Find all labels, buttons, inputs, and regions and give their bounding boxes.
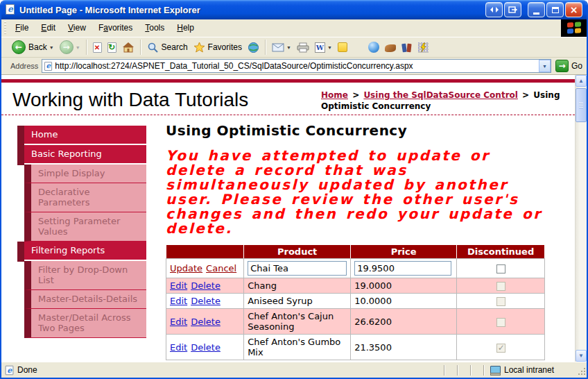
sidebar-item-filter-by-dropdown-list[interactable]: Filter by Drop-Down List [24,261,146,290]
address-bar: Address http://localhost:2724/ASPNET_Dat… [1,58,587,75]
menu-edit[interactable]: Edit [35,19,62,37]
maximize-button[interactable] [546,2,564,17]
resize-grip[interactable] [576,367,586,377]
windows-throbber [561,19,587,37]
sidebar-item-home[interactable]: Home [24,126,146,144]
browser-viewport: Working with Data Tutorials Home > Using… [1,75,587,362]
discontinued-checkbox[interactable] [496,264,505,273]
messenger-button[interactable] [335,42,350,52]
home-button[interactable] [119,42,137,53]
menu-bar: File Edit View Favorites Tools Help [1,19,587,37]
address-input[interactable]: http://localhost:2724/ASPNET_Data_Tutori… [42,59,551,73]
refresh-button[interactable]: ↻ [105,42,119,53]
title-bar: Untitled Page - Microsoft Internet Explo… [1,0,587,19]
scrollbar-track[interactable] [576,124,587,350]
edit-with-word-button[interactable]: W ▼ [312,42,335,53]
sidebar-item-simple-display[interactable]: Simple Display [24,165,146,183]
status-bar: Done Local intranet [1,362,587,378]
books-icon [401,42,413,52]
breadcrumb-section-link[interactable]: Using the SqlDataSource Control [363,90,518,100]
address-dropdown-button[interactable]: ▼ [539,60,551,72]
sidebar-item-setting-parameter-values[interactable]: Setting Parameter Values [24,212,146,242]
menu-file[interactable]: File [9,19,35,37]
breadcrumb-home-link[interactable]: Home [321,90,348,100]
grid-row-editing: UpdateCancel [166,259,545,278]
fox-icon [385,44,396,52]
price-cell: 26.6200 [351,309,457,335]
status-text: Done [17,365,37,375]
forward-dropdown-icon: ▼ [76,45,80,50]
product-name-cell: Chef Anton's Gumbo Mix [244,335,351,360]
menu-favorites[interactable]: Favorites [92,19,139,37]
favorites-button[interactable]: Favorites [191,42,245,53]
forward-button[interactable]: → ▼ [57,40,83,54]
menu-view[interactable]: View [62,19,92,37]
media-button[interactable] [245,42,262,53]
close-button[interactable]: × [565,2,582,17]
vertical-scrollbar[interactable]: ▲ ▼ [575,75,587,362]
go-label[interactable]: Go [571,61,582,71]
product-name-input[interactable] [248,261,347,276]
sidebar-item-basic-reporting[interactable]: Basic Reporting [24,145,146,163]
delete-link[interactable]: Delete [191,317,220,327]
resize-toggle-button[interactable] [485,2,503,17]
scroll-down-button[interactable]: ▼ [576,350,587,362]
addon-sphere-button[interactable] [365,42,382,53]
menubar-grip[interactable] [3,22,8,35]
edit-link[interactable]: Edit [170,342,187,353]
delete-link[interactable]: Delete [191,342,220,353]
back-dropdown-icon[interactable]: ▼ [49,45,54,50]
delete-link[interactable]: Delete [191,280,220,291]
grid-row: EditDelete Aniseed Syrup 10.0000 [166,294,545,309]
statusbar-divider [457,365,458,376]
back-button[interactable]: ← Back ▼ [9,40,57,54]
site-title: Working with Data Tutorials [12,86,321,111]
mail-button[interactable]: ▼ [269,43,294,52]
minimize-button[interactable] [528,2,545,17]
detach-window-button[interactable] [504,2,521,17]
grid-row: EditDelete Chef Anton's Gumbo Mix 21.350… [166,335,545,360]
go-button[interactable]: → [555,60,569,72]
products-gridview: Product Price Discontinued UpdateCancel [166,244,545,360]
address-url[interactable]: http://localhost:2724/ASPNET_Data_Tutori… [55,61,539,71]
delete-link[interactable]: Delete [191,296,220,306]
page-icon [44,62,52,71]
price-input[interactable] [354,261,451,276]
forward-icon: → [60,40,74,54]
sidebar-item-filtering-reports[interactable]: Filtering Reports [24,242,146,260]
cancel-link[interactable]: Cancel [206,263,236,273]
price-cell: 21.3500 [351,335,457,360]
mail-dropdown-icon[interactable]: ▼ [286,45,291,50]
sidebar-item-declarative-parameters[interactable]: Declarative Parameters [24,183,146,212]
addon-animal-button[interactable] [382,42,399,52]
toolbar-separator [140,40,141,55]
edit-link[interactable]: Edit [170,317,187,327]
sidebar-item-master-detail-two-pages[interactable]: Master/Detail Across Two Pages [24,309,146,338]
stop-button[interactable]: ✕ [90,42,105,53]
toolbar-separator [265,40,266,55]
menu-tools[interactable]: Tools [139,19,171,37]
word-icon: W [315,42,325,53]
search-button[interactable]: Search [144,42,191,53]
print-button[interactable] [294,42,312,53]
status-page-icon [6,365,14,375]
sidebar-item-master-details-details[interactable]: Master-Details-Details [24,290,146,309]
window-ie-icon [6,4,16,16]
update-link[interactable]: Update [170,263,202,273]
breadcrumb-separator: > [351,90,361,100]
scrollbar-thumb[interactable] [576,88,587,122]
edit-dropdown-icon[interactable]: ▼ [327,45,332,50]
windows-flag-icon [567,22,581,34]
column-header-discontinued: Discontinued [457,245,545,259]
scroll-up-button[interactable]: ▲ [576,75,587,87]
blue-sphere-icon [368,42,379,53]
addon-grid-button[interactable] [415,42,431,53]
grid-lightning-icon [418,42,429,53]
page-content: Working with Data Tutorials Home > Using… [1,75,575,362]
edit-link[interactable]: Edit [170,280,187,291]
menu-help[interactable]: Help [171,19,200,37]
discontinued-checkbox-disabled [496,282,505,291]
research-button[interactable] [399,42,415,52]
edit-link[interactable]: Edit [170,296,187,306]
column-header-actions [166,245,244,259]
